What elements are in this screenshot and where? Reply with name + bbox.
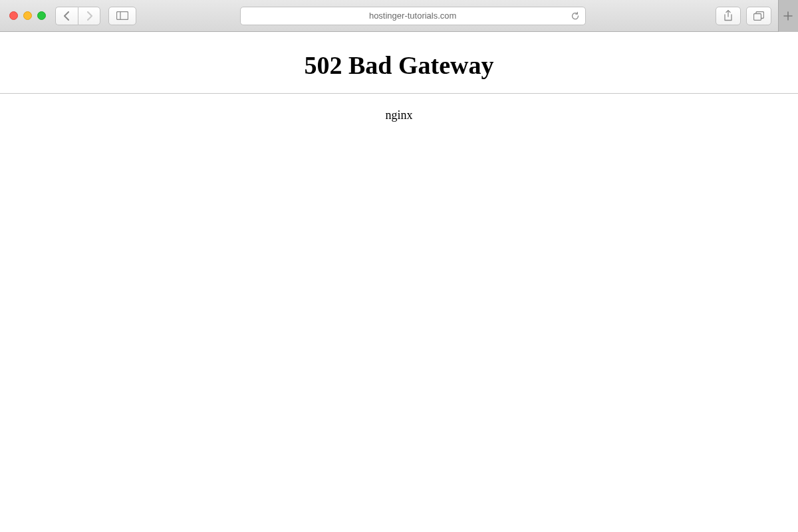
svg-rect-2 xyxy=(753,13,761,20)
svg-rect-0 xyxy=(117,12,128,20)
nav-button-group xyxy=(55,7,100,25)
server-label: nginx xyxy=(0,108,798,122)
chevron-right-icon xyxy=(86,11,93,21)
divider xyxy=(0,93,798,94)
window-controls xyxy=(7,11,50,20)
sidebar-toggle-button[interactable] xyxy=(108,7,136,25)
right-toolbar-group xyxy=(716,0,791,32)
browser-toolbar: hostinger-tutorials.com xyxy=(0,0,798,32)
address-text: hostinger-tutorials.com xyxy=(369,11,457,21)
sidebar-icon xyxy=(116,11,128,20)
forward-button[interactable] xyxy=(78,7,100,25)
back-button[interactable] xyxy=(55,7,78,25)
share-icon xyxy=(724,10,733,21)
share-button[interactable] xyxy=(716,7,741,25)
address-bar[interactable]: hostinger-tutorials.com xyxy=(240,7,586,25)
new-tab-button[interactable] xyxy=(778,0,798,32)
close-window-button[interactable] xyxy=(9,11,18,20)
page-content: 502 Bad Gateway nginx xyxy=(0,32,798,122)
tabs-button[interactable] xyxy=(746,7,771,25)
minimize-window-button[interactable] xyxy=(23,11,32,20)
maximize-window-button[interactable] xyxy=(37,11,46,20)
reload-button[interactable] xyxy=(571,11,580,21)
plus-icon xyxy=(783,11,793,21)
reload-icon xyxy=(571,11,580,21)
error-heading: 502 Bad Gateway xyxy=(0,51,798,80)
chevron-left-icon xyxy=(63,11,70,21)
tabs-icon xyxy=(753,11,764,21)
